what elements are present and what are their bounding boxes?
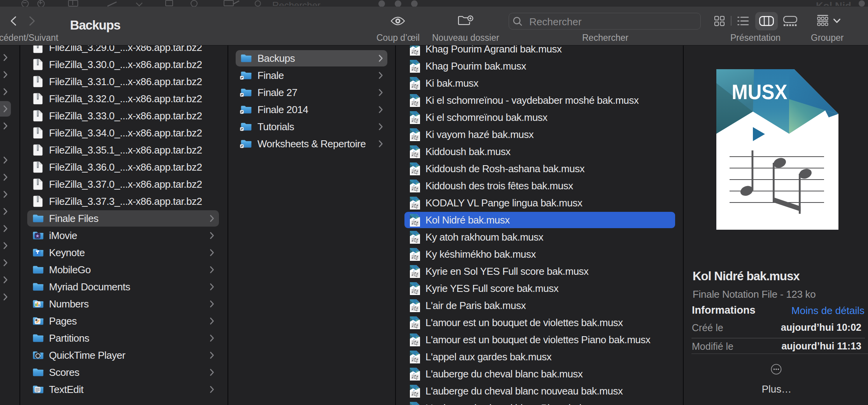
svg-text:MUSX: MUSX [732,80,788,103]
